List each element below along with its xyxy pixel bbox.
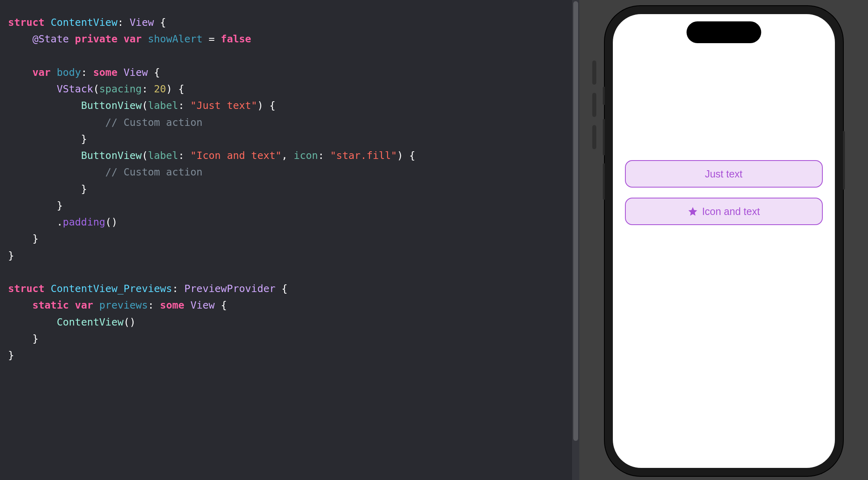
code-line[interactable]: } (8, 131, 571, 147)
type-vstack: VStack (57, 83, 93, 95)
comment: // Custom action (105, 117, 203, 128)
keyword-static: static (32, 299, 69, 311)
keyword-var: var (124, 33, 142, 45)
code-line[interactable]: struct ContentView: View { (8, 14, 571, 31)
button-label: Icon and text (702, 206, 760, 217)
keyword-var: var (75, 299, 93, 311)
type-contentview: ContentView (50, 17, 117, 28)
type-view: View (191, 299, 215, 311)
code-line[interactable]: ButtonView(label: "Icon and text", icon:… (8, 147, 571, 164)
string-star-fill: "star.fill" (330, 150, 397, 161)
preview-marker (592, 93, 596, 117)
keyword-var: var (32, 67, 50, 78)
phone-volume-down (603, 163, 605, 200)
code-line[interactable]: } (8, 247, 571, 264)
scrollbar-thumb[interactable] (573, 1, 578, 441)
code-line[interactable]: .padding() (8, 214, 571, 230)
preview-pane: Just text Icon and text (579, 0, 868, 480)
param-spacing: spacing (99, 83, 142, 95)
keyword-some: some (93, 67, 117, 78)
button-label: Just text (705, 168, 742, 180)
property-wrapper-state: @State (32, 33, 69, 45)
code-line[interactable]: // Custom action (8, 114, 571, 131)
code-line[interactable] (8, 48, 571, 64)
code-line[interactable]: } (8, 330, 571, 347)
var-previews: previews (99, 299, 148, 311)
code-line[interactable]: } (8, 197, 571, 214)
type-buttonview: ButtonView (81, 150, 142, 161)
comment: // Custom action (105, 166, 203, 178)
vstack: Just text Icon and text (613, 160, 835, 225)
code-line[interactable]: ButtonView(label: "Just text") { (8, 97, 571, 114)
code-line[interactable] (8, 264, 571, 280)
phone-power-button (843, 131, 845, 190)
keyword-struct: struct (8, 17, 44, 28)
keyword-some: some (160, 299, 184, 311)
keyword-false: false (221, 33, 251, 45)
type-contentview-call: ContentView (57, 316, 124, 328)
var-showalert: showAlert (148, 33, 202, 45)
protocol-previewprovider: PreviewProvider (185, 283, 276, 294)
code-line[interactable]: struct ContentView_Previews: PreviewProv… (8, 280, 571, 297)
iphone-frame: Just text Icon and text (605, 6, 843, 476)
type-buttonview: ButtonView (81, 100, 142, 111)
code-line[interactable]: @State private var showAlert = false (8, 31, 571, 47)
code-line[interactable]: } (8, 181, 571, 197)
code-line[interactable]: var body: some View { (8, 64, 571, 81)
code-line[interactable]: } (8, 230, 571, 247)
phone-volume-up (603, 119, 605, 155)
keyword-private: private (75, 33, 117, 45)
star-fill-icon (688, 206, 698, 217)
number-20: 20 (154, 83, 166, 95)
string-just-text: "Just text" (191, 100, 258, 111)
code-line[interactable]: ContentView() (8, 314, 571, 330)
preview-markers (592, 0, 596, 480)
method-padding: padding (63, 216, 105, 228)
type-view: View (124, 67, 148, 78)
icon-and-text-button[interactable]: Icon and text (625, 198, 823, 225)
code-line[interactable]: VStack(spacing: 20) { (8, 81, 571, 97)
keyword-struct: struct (8, 283, 44, 294)
code-editor-pane[interactable]: struct ContentView: View { @State privat… (0, 0, 579, 480)
just-text-button[interactable]: Just text (625, 160, 823, 188)
type-contentview-previews: ContentView_Previews (50, 283, 172, 294)
dynamic-island (686, 21, 761, 43)
param-icon: icon (294, 150, 318, 161)
param-label: label (148, 100, 178, 111)
phone-silence-switch (603, 87, 605, 105)
preview-marker (592, 61, 596, 85)
prop-body: body (57, 67, 81, 78)
string-icon-and-text: "Icon and text" (191, 150, 282, 161)
code-line[interactable]: // Custom action (8, 164, 571, 180)
code-line[interactable]: } (8, 347, 571, 363)
preview-marker (592, 125, 596, 149)
code-line[interactable]: static var previews: some View { (8, 297, 571, 313)
param-label: label (148, 150, 178, 161)
protocol-view: View (130, 17, 154, 28)
iphone-screen: Just text Icon and text (613, 14, 835, 468)
editor-scrollbar[interactable] (572, 0, 579, 480)
